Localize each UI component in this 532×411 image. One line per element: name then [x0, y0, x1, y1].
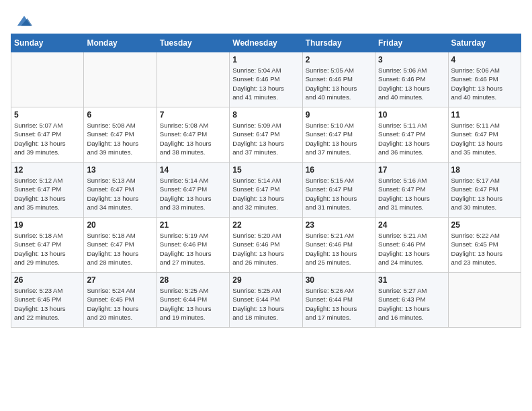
day-info: Sunrise: 5:15 AM Sunset: 6:47 PM Dayligh… — [306, 176, 372, 212]
day-number: 3 — [378, 55, 445, 64]
day-number: 24 — [378, 220, 445, 230]
day-number: 16 — [306, 165, 372, 175]
day-cell: 27Sunrise: 5:24 AM Sunset: 6:45 PM Dayli… — [84, 273, 157, 328]
day-number: 2 — [306, 55, 372, 64]
day-cell — [448, 273, 521, 328]
day-info: Sunrise: 5:07 AM Sunset: 6:47 PM Dayligh… — [14, 121, 81, 156]
day-number: 23 — [306, 220, 372, 230]
day-info: Sunrise: 5:08 AM Sunset: 6:47 PM Dayligh… — [160, 121, 226, 156]
day-cell: 3Sunrise: 5:06 AM Sunset: 6:46 PM Daylig… — [375, 52, 448, 107]
day-cell: 9Sunrise: 5:10 AM Sunset: 6:47 PM Daylig… — [302, 107, 375, 163]
day-info: Sunrise: 5:12 AM Sunset: 6:47 PM Dayligh… — [14, 176, 81, 212]
day-cell: 15Sunrise: 5:14 AM Sunset: 6:47 PM Dayli… — [230, 163, 302, 218]
day-info: Sunrise: 5:22 AM Sunset: 6:45 PM Dayligh… — [451, 231, 518, 267]
day-info: Sunrise: 5:18 AM Sunset: 6:47 PM Dayligh… — [14, 231, 81, 267]
day-cell: 28Sunrise: 5:25 AM Sunset: 6:44 PM Dayli… — [157, 273, 229, 328]
day-cell: 22Sunrise: 5:20 AM Sunset: 6:46 PM Dayli… — [230, 218, 302, 273]
day-number: 20 — [87, 220, 153, 230]
day-number: 26 — [14, 275, 81, 285]
day-info: Sunrise: 5:17 AM Sunset: 6:47 PM Dayligh… — [451, 176, 518, 212]
day-cell: 4Sunrise: 5:06 AM Sunset: 6:46 PM Daylig… — [448, 52, 521, 107]
day-info: Sunrise: 5:08 AM Sunset: 6:47 PM Dayligh… — [87, 121, 153, 156]
day-cell: 10Sunrise: 5:11 AM Sunset: 6:47 PM Dayli… — [375, 107, 448, 163]
day-number: 25 — [451, 220, 518, 230]
day-cell: 12Sunrise: 5:12 AM Sunset: 6:47 PM Dayli… — [11, 163, 84, 218]
day-number: 8 — [232, 110, 299, 120]
logo-icon — [15, 12, 34, 31]
week-row-1: 1Sunrise: 5:04 AM Sunset: 6:46 PM Daylig… — [11, 52, 521, 107]
day-number: 13 — [87, 165, 153, 175]
day-cell — [11, 52, 84, 107]
day-info: Sunrise: 5:11 AM Sunset: 6:47 PM Dayligh… — [378, 121, 445, 156]
day-cell: 24Sunrise: 5:21 AM Sunset: 6:46 PM Dayli… — [375, 218, 448, 273]
day-cell: 17Sunrise: 5:16 AM Sunset: 6:47 PM Dayli… — [375, 163, 448, 218]
day-info: Sunrise: 5:24 AM Sunset: 6:45 PM Dayligh… — [87, 286, 153, 322]
day-cell: 6Sunrise: 5:08 AM Sunset: 6:47 PM Daylig… — [84, 107, 157, 163]
weekday-header-saturday: Saturday — [448, 34, 521, 52]
day-cell: 23Sunrise: 5:21 AM Sunset: 6:46 PM Dayli… — [302, 218, 375, 273]
day-cell: 2Sunrise: 5:05 AM Sunset: 6:46 PM Daylig… — [302, 52, 375, 107]
day-cell: 25Sunrise: 5:22 AM Sunset: 6:45 PM Dayli… — [448, 218, 521, 273]
calendar-table: SundayMondayTuesdayWednesdayThursdayFrid… — [11, 34, 521, 328]
page-header — [7, 7, 525, 30]
week-row-4: 19Sunrise: 5:18 AM Sunset: 6:47 PM Dayli… — [11, 218, 521, 273]
day-number: 9 — [306, 110, 372, 120]
day-info: Sunrise: 5:14 AM Sunset: 6:47 PM Dayligh… — [232, 176, 299, 212]
day-cell: 16Sunrise: 5:15 AM Sunset: 6:47 PM Dayli… — [302, 163, 375, 218]
weekday-header-thursday: Thursday — [302, 34, 375, 52]
day-cell: 11Sunrise: 5:11 AM Sunset: 6:47 PM Dayli… — [448, 107, 521, 163]
day-info: Sunrise: 5:06 AM Sunset: 6:46 PM Dayligh… — [451, 66, 518, 101]
day-info: Sunrise: 5:06 AM Sunset: 6:46 PM Dayligh… — [378, 66, 445, 101]
day-info: Sunrise: 5:25 AM Sunset: 6:44 PM Dayligh… — [232, 286, 299, 322]
day-number: 7 — [160, 110, 226, 120]
day-cell: 30Sunrise: 5:26 AM Sunset: 6:44 PM Dayli… — [302, 273, 375, 328]
day-number: 19 — [14, 220, 81, 230]
week-row-5: 26Sunrise: 5:23 AM Sunset: 6:45 PM Dayli… — [11, 273, 521, 328]
day-cell: 18Sunrise: 5:17 AM Sunset: 6:47 PM Dayli… — [448, 163, 521, 218]
day-cell: 21Sunrise: 5:19 AM Sunset: 6:46 PM Dayli… — [157, 218, 229, 273]
day-cell — [157, 52, 229, 107]
day-info: Sunrise: 5:05 AM Sunset: 6:46 PM Dayligh… — [306, 66, 372, 101]
day-number: 29 — [232, 275, 299, 285]
day-number: 15 — [232, 165, 299, 175]
day-info: Sunrise: 5:26 AM Sunset: 6:44 PM Dayligh… — [306, 286, 372, 322]
day-info: Sunrise: 5:14 AM Sunset: 6:47 PM Dayligh… — [160, 176, 226, 212]
day-info: Sunrise: 5:11 AM Sunset: 6:47 PM Dayligh… — [451, 121, 518, 156]
day-info: Sunrise: 5:04 AM Sunset: 6:46 PM Dayligh… — [232, 66, 299, 101]
weekday-header-row: SundayMondayTuesdayWednesdayThursdayFrid… — [11, 34, 521, 52]
day-number: 28 — [160, 275, 226, 285]
day-cell: 7Sunrise: 5:08 AM Sunset: 6:47 PM Daylig… — [157, 107, 229, 163]
weekday-header-sunday: Sunday — [11, 34, 84, 52]
day-cell: 13Sunrise: 5:13 AM Sunset: 6:47 PM Dayli… — [84, 163, 157, 218]
day-info: Sunrise: 5:20 AM Sunset: 6:46 PM Dayligh… — [232, 231, 299, 267]
week-row-3: 12Sunrise: 5:12 AM Sunset: 6:47 PM Dayli… — [11, 163, 521, 218]
day-cell: 19Sunrise: 5:18 AM Sunset: 6:47 PM Dayli… — [11, 218, 84, 273]
day-cell: 29Sunrise: 5:25 AM Sunset: 6:44 PM Dayli… — [230, 273, 302, 328]
day-info: Sunrise: 5:23 AM Sunset: 6:45 PM Dayligh… — [14, 286, 81, 322]
day-number: 1 — [232, 55, 299, 64]
day-number: 5 — [14, 110, 81, 120]
day-info: Sunrise: 5:10 AM Sunset: 6:47 PM Dayligh… — [306, 121, 372, 156]
day-cell: 1Sunrise: 5:04 AM Sunset: 6:46 PM Daylig… — [230, 52, 302, 107]
day-number: 31 — [378, 275, 445, 285]
day-number: 6 — [87, 110, 153, 120]
day-number: 30 — [306, 275, 372, 285]
day-cell: 20Sunrise: 5:18 AM Sunset: 6:47 PM Dayli… — [84, 218, 157, 273]
day-cell: 14Sunrise: 5:14 AM Sunset: 6:47 PM Dayli… — [157, 163, 229, 218]
day-number: 17 — [378, 165, 445, 175]
day-info: Sunrise: 5:27 AM Sunset: 6:43 PM Dayligh… — [378, 286, 445, 322]
day-number: 22 — [232, 220, 299, 230]
day-cell: 31Sunrise: 5:27 AM Sunset: 6:43 PM Dayli… — [375, 273, 448, 328]
day-info: Sunrise: 5:25 AM Sunset: 6:44 PM Dayligh… — [160, 286, 226, 322]
weekday-header-tuesday: Tuesday — [157, 34, 229, 52]
day-number: 18 — [451, 165, 518, 175]
day-number: 14 — [160, 165, 226, 175]
day-cell: 5Sunrise: 5:07 AM Sunset: 6:47 PM Daylig… — [11, 107, 84, 163]
day-info: Sunrise: 5:16 AM Sunset: 6:47 PM Dayligh… — [378, 176, 445, 212]
day-info: Sunrise: 5:18 AM Sunset: 6:47 PM Dayligh… — [87, 231, 153, 267]
calendar: SundayMondayTuesdayWednesdayThursdayFrid… — [11, 34, 521, 328]
day-number: 21 — [160, 220, 226, 230]
day-number: 10 — [378, 110, 445, 120]
day-info: Sunrise: 5:21 AM Sunset: 6:46 PM Dayligh… — [306, 231, 372, 267]
day-number: 4 — [451, 55, 518, 64]
